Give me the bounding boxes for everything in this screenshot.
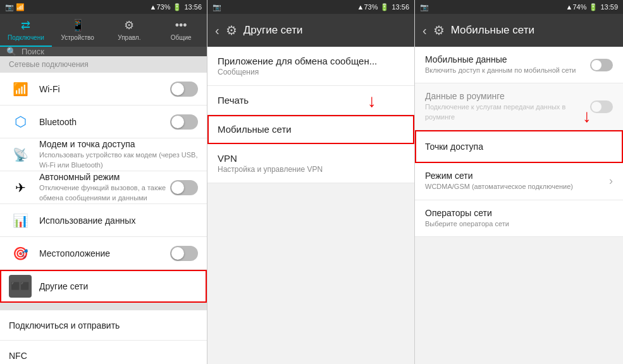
tab-controls[interactable]: ⚙ Управл. bbox=[104, 14, 156, 47]
photo-icon-2: 📷 bbox=[213, 3, 221, 11]
back-arrow-3[interactable]: ‹ bbox=[423, 23, 427, 38]
airplane-icon: ✈ bbox=[9, 176, 32, 199]
item-vpn[interactable]: VPN Настройка и управление VPN bbox=[207, 144, 414, 183]
battery-2: 🔋 bbox=[380, 3, 389, 11]
connections-icon: ⇄ bbox=[21, 18, 30, 32]
item-data-usage[interactable]: 📊 Использование данных bbox=[0, 204, 207, 237]
header-other-networks: ‹ ⚙ Другие сети bbox=[207, 14, 414, 47]
item-bluetooth[interactable]: ⬡ Bluetooth bbox=[0, 106, 207, 138]
modem-icon: 📡 bbox=[9, 143, 32, 166]
status-right-2: ▲73% 🔋 13:56 bbox=[357, 3, 409, 11]
controls-icon: ⚙ bbox=[124, 18, 134, 32]
gear-icon-3: ⚙ bbox=[433, 23, 445, 38]
signal-2: ▲73% bbox=[357, 3, 378, 11]
panel-connections: 📷 📶 ▲73% 🔋 13:56 ⇄ Подключени 📱 Устройст… bbox=[0, 0, 207, 364]
item-modem[interactable]: 📡 Модем и точка доступа Использовать уст… bbox=[0, 138, 207, 171]
status-bar-2: 📷 ▲73% 🔋 13:56 bbox=[207, 0, 414, 14]
photo-icon-3: 📷 bbox=[420, 3, 429, 11]
bluetooth-toggle[interactable] bbox=[170, 114, 198, 130]
general-icon: ••• bbox=[175, 19, 187, 32]
item-other-networks[interactable]: ⬛⬛ Другие сети bbox=[0, 270, 207, 303]
back-arrow-2[interactable]: ‹ bbox=[215, 23, 219, 38]
status-icons-1: 📷 📶 bbox=[5, 3, 25, 11]
mobile-data-toggle[interactable] bbox=[590, 59, 613, 71]
tab-general[interactable]: ••• Общие bbox=[155, 14, 207, 47]
item-location[interactable]: 🎯 Местоположение bbox=[0, 237, 207, 270]
status-bar-3: 📷 ▲74% 🔋 13:59 bbox=[415, 0, 623, 14]
time-2: 13:56 bbox=[392, 3, 409, 11]
item-access-points[interactable]: ↓ Точки доступа bbox=[415, 130, 623, 163]
status-right-3: ▲74% 🔋 13:59 bbox=[566, 3, 618, 11]
item-network-mode[interactable]: Режим сети WCDMA/GSM (автоматическое под… bbox=[415, 163, 623, 200]
tab-device[interactable]: 📱 Устройство bbox=[52, 14, 104, 47]
status-left-1: 📷 📶 bbox=[5, 3, 25, 11]
airplane-toggle[interactable] bbox=[170, 180, 198, 195]
search-bar-1: 🔍 Поиск bbox=[0, 47, 207, 56]
network-mode-arrow: › bbox=[609, 174, 613, 188]
header-mobile-networks: ‹ ⚙ Мобильные сети bbox=[415, 14, 623, 47]
item-wifi[interactable]: 📶 Wi-Fi bbox=[0, 73, 207, 106]
status-bar-1: 📷 📶 ▲73% 🔋 13:56 bbox=[0, 0, 207, 14]
roaming-toggle[interactable] bbox=[590, 100, 613, 113]
section-network: Сетевые подключения bbox=[0, 56, 207, 73]
tab-connections[interactable]: ⇄ Подключени bbox=[0, 14, 52, 47]
section-bottom bbox=[0, 303, 207, 310]
item-connect-send[interactable]: Подключиться и отправить bbox=[0, 310, 207, 341]
wifi-icon: 📶 bbox=[9, 78, 32, 100]
panel-mobile-networks: 📷 ▲74% 🔋 13:59 ‹ ⚙ Мобильные сети Мобиль… bbox=[415, 0, 623, 364]
location-toggle[interactable] bbox=[170, 246, 198, 261]
panel-other-networks: 📷 ▲73% 🔋 13:56 ‹ ⚙ Другие сети Приложени… bbox=[207, 0, 415, 364]
battery-1: 🔋 bbox=[173, 3, 182, 11]
time-3: 13:59 bbox=[600, 3, 618, 11]
item-airplane[interactable]: ✈ Автономный режим Отключение функций вы… bbox=[0, 171, 207, 204]
location-icon: 🎯 bbox=[9, 242, 32, 265]
wifi-toggle[interactable] bbox=[170, 82, 198, 97]
time-1: 13:56 bbox=[184, 3, 202, 11]
item-network-operators[interactable]: Операторы сети Выберите оператора сети bbox=[415, 200, 623, 237]
status-left-3: 📷 bbox=[420, 3, 429, 11]
status-left-2: 📷 bbox=[213, 3, 221, 11]
tab-bar-1: ⇄ Подключени 📱 Устройство ⚙ Управл. ••• … bbox=[0, 14, 207, 47]
gear-icon-2: ⚙ bbox=[226, 23, 237, 38]
signal-3: ▲74% bbox=[566, 3, 587, 11]
item-print[interactable]: Печать bbox=[207, 86, 414, 115]
device-icon: 📱 bbox=[71, 18, 85, 32]
battery-3: 🔋 bbox=[589, 3, 598, 11]
item-data-roaming[interactable]: Данные в роуминге Подключение к услугам … bbox=[415, 83, 623, 130]
item-messages-app[interactable]: Приложение для обмена сообщен... Сообщен… bbox=[207, 47, 414, 86]
search-icon: 🔍 bbox=[6, 47, 16, 56]
item-mobile-networks[interactable]: ↓ Мобильные сети bbox=[207, 115, 414, 144]
other-networks-icon: ⬛⬛ bbox=[9, 275, 32, 298]
data-usage-icon: 📊 bbox=[9, 209, 32, 232]
item-nfc[interactable]: NFC bbox=[0, 341, 207, 364]
bluetooth-icon: ⬡ bbox=[9, 111, 32, 133]
search-label: Поиск bbox=[22, 47, 44, 56]
signal-1: ▲73% bbox=[150, 3, 171, 11]
item-mobile-data[interactable]: Мобильные данные Включить доступ к данны… bbox=[415, 47, 623, 83]
status-right-1: ▲73% 🔋 13:56 bbox=[150, 3, 202, 11]
